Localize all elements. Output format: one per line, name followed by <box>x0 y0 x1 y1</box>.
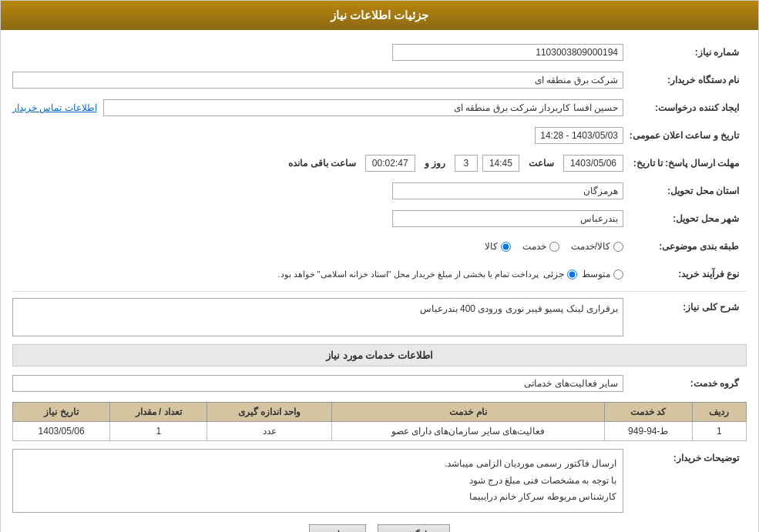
category-label-kala-khadamat: کالا/خدمت <box>571 241 610 252</box>
announce-date-value: 1403/05/03 - 14:28 <box>535 127 623 144</box>
table-header-service-code: کد خدمت <box>605 403 693 422</box>
page-header: جزئیات اطلاعات نیاز <box>1 1 758 30</box>
buyer-notes-value-cell: ارسال فاکتور رسمی موردیان الزامی میباشد.… <box>12 449 623 513</box>
category-label: طبقه بندی موضوعی: <box>623 241 747 252</box>
category-radio-khadamat[interactable] <box>549 242 559 252</box>
category-radio-kala-khadamat[interactable] <box>613 242 623 252</box>
response-day-label: روز و <box>420 158 450 169</box>
response-deadline-label: مهلت ارسال پاسخ: تا تاریخ: <box>623 158 747 169</box>
delivery-city-value-cell: بندرعباس <box>12 210 623 227</box>
service-group-value-cell: سایر فعالیت‌های خدماتی <box>12 375 623 392</box>
buyer-org-row: نام دستگاه خریدار: شرکت برق منطقه ای <box>12 69 747 91</box>
separator-1 <box>12 291 747 292</box>
delivery-province-value-cell: هرمزگان <box>12 182 623 199</box>
services-table-section: ردیف کد خدمت نام خدمت واحد اندازه گیری ت… <box>12 402 747 441</box>
back-button[interactable]: بازگشت <box>378 524 450 532</box>
purchase-options-row: متوسط جزئی پرداخت تمام یا بخشی از مبلغ خ… <box>277 269 623 279</box>
announce-date-label: تاریخ و ساعت اعلان عمومی: <box>623 130 747 141</box>
response-date: 1403/05/06 <box>563 155 623 172</box>
table-row: 1 ط-94-949 فعالیت‌های سایر سازمان‌های دا… <box>13 422 747 441</box>
requester-row: ایجاد کننده درخواست: حسین افسا کاربرداز … <box>12 97 747 119</box>
service-group-row: گروه خدمت: سایر فعالیت‌های خدماتی <box>12 373 747 394</box>
buyer-org-value: شرکت برق منطقه ای <box>12 72 623 89</box>
remaining-time: 00:02:47 <box>365 155 415 172</box>
buyer-org-value-cell: شرکت برق منطقه ای <box>12 72 623 89</box>
category-row: طبقه بندی موضوعی: کالا/خدمت خدمت کالا <box>12 236 747 257</box>
response-deadline-row: مهلت ارسال پاسخ: تا تاریخ: 1403/05/06 سا… <box>12 152 747 174</box>
purchase-label-mutawaset: متوسط <box>582 269 610 279</box>
purchase-option-jozei: جزئی <box>543 269 577 279</box>
cell-unit: عدد <box>207 422 332 441</box>
announce-date-value-cell: 1403/05/03 - 14:28 <box>12 127 623 144</box>
buyer-notes-value: ارسال فاکتور رسمی موردیان الزامی میباشد.… <box>12 449 623 513</box>
category-option-kala: کالا <box>485 241 511 252</box>
buyer-notes-row: توضیحات خریدار: ارسال فاکتور رسمی موردیا… <box>12 449 747 513</box>
buyer-org-label: نام دستگاه خریدار: <box>623 75 747 85</box>
purchase-radio-jozei[interactable] <box>567 269 577 279</box>
delivery-province-row: استان محل تحویل: هرمزگان <box>12 180 747 202</box>
services-table: ردیف کد خدمت نام خدمت واحد اندازه گیری ت… <box>12 402 747 441</box>
requester-value: حسین افسا کاربرداز شرکت برق منطقه ای <box>103 99 623 116</box>
response-time: 14:45 <box>482 155 519 172</box>
purchase-label-jozei: جزئی <box>543 269 564 279</box>
announce-date-row: تاریخ و ساعت اعلان عمومی: 1403/05/03 - 1… <box>12 125 747 146</box>
requester-value-cell: حسین افسا کاربرداز شرکت برق منطقه ای اطل… <box>12 99 623 116</box>
cell-service-name: فعالیت‌های سایر سازمان‌های دارای عضو <box>331 422 604 441</box>
need-description-row: شرح کلی نیاز: برقراری لینک پسیو فیبر نور… <box>12 298 747 336</box>
response-days: 3 <box>455 155 478 172</box>
table-header-service-name: نام خدمت <box>331 403 604 422</box>
category-label-khadamat: خدمت <box>522 241 546 252</box>
purchase-type-value-cell: متوسط جزئی پرداخت تمام یا بخشی از مبلغ خ… <box>12 269 623 279</box>
button-row: بازگشت چاپ <box>12 524 747 532</box>
need-number-value: 1103003809000194 <box>392 44 623 61</box>
table-header-quantity: تعداد / مقدار <box>110 403 207 422</box>
cell-service-code: ط-94-949 <box>605 422 693 441</box>
cell-row-num: 1 <box>692 422 746 441</box>
requester-label: ایجاد کننده درخواست: <box>623 102 747 113</box>
need-number-label: شماره نیاز: <box>623 47 747 58</box>
print-button[interactable]: چاپ <box>309 524 366 532</box>
need-description-value-cell: برقراری لینک پسیو فیبر نوری ورودی 400 بن… <box>12 298 623 336</box>
category-label-kala: کالا <box>485 241 498 252</box>
response-date-row: 1403/05/06 ساعت 14:45 3 روز و 00:02:47 س… <box>284 155 623 172</box>
category-radio-kala[interactable] <box>501 242 511 252</box>
buyer-notes-label: توضیحات خریدار: <box>623 449 747 463</box>
services-section-header: اطلاعات خدمات مورد نیاز <box>12 344 747 366</box>
purchase-type-row: نوع فرآیند خرید: متوسط جزئی پرداخت تمام … <box>12 263 747 285</box>
purchase-option-mutawaset: متوسط <box>582 269 623 279</box>
service-group-value: سایر فعالیت‌های خدماتی <box>12 375 623 392</box>
purchase-type-label: نوع فرآیند خرید: <box>623 269 747 279</box>
delivery-city-row: شهر محل تحویل: بندرعباس <box>12 208 747 229</box>
table-header-unit: واحد اندازه گیری <box>207 403 332 422</box>
delivery-city-label: شهر محل تحویل: <box>623 213 747 224</box>
page-title: جزئیات اطلاعات نیاز <box>331 8 428 22</box>
need-number-value-cell: 1103003809000194 <box>12 44 623 61</box>
category-option-khadamat: خدمت <box>522 241 559 252</box>
need-number-row: شماره نیاز: 1103003809000194 <box>12 42 747 63</box>
delivery-city-value: بندرعباس <box>392 210 623 227</box>
table-header-date: تاریخ نیاز <box>13 403 110 422</box>
purchase-radio-mutawaset[interactable] <box>613 269 623 279</box>
requester-contact-link[interactable]: اطلاعات تماس خریدار <box>12 102 97 113</box>
delivery-province-value: هرمزگان <box>392 182 623 199</box>
need-description-label: شرح کلی نیاز: <box>623 298 747 313</box>
remaining-label: ساعت باقی مانده <box>284 158 361 169</box>
response-time-label: ساعت <box>524 158 559 169</box>
service-group-label: گروه خدمت: <box>623 378 747 389</box>
response-deadline-value-cell: 1403/05/06 ساعت 14:45 3 روز و 00:02:47 س… <box>12 155 623 172</box>
category-value-cell: کالا/خدمت خدمت کالا <box>12 241 623 252</box>
need-description-value: برقراری لینک پسیو فیبر نوری ورودی 400 بن… <box>12 298 623 336</box>
category-option-kala-khadamat: کالا/خدمت <box>571 241 623 252</box>
table-header-row-num: ردیف <box>692 403 746 422</box>
cell-quantity: 1 <box>110 422 207 441</box>
delivery-province-label: استان محل تحویل: <box>623 186 747 196</box>
purchase-note: پرداخت تمام یا بخشی از مبلغ خریدار محل "… <box>277 269 539 279</box>
cell-date: 1403/05/06 <box>13 422 110 441</box>
